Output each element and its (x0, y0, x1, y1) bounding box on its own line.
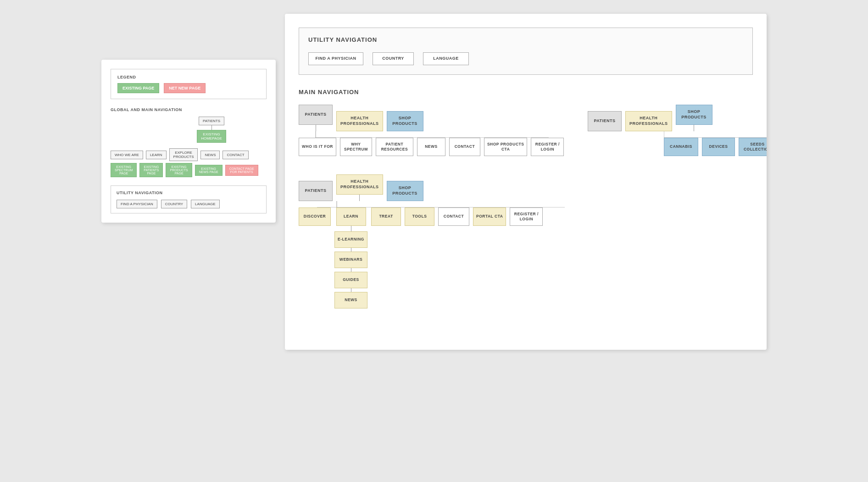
mini-country: COUNTRY (161, 200, 187, 208)
utility-nav-nodes: FIND A PHYSICIAN COUNTRY LANGUAGE (308, 52, 743, 65)
tree3-tools: TOOLS (405, 207, 434, 226)
tree1-shop-products-cta: SHOP PRODUCTSCTA (484, 138, 528, 156)
tree2-seeds-collection: SEEDSCOLLECTION (739, 138, 767, 156)
tree3-health-professionals: HEALTHPROFESSIONALS (336, 174, 383, 195)
tree3-elearning: E-LEARNING (334, 231, 367, 248)
tree1-register-login: REGISTER /LOGIN (531, 138, 564, 156)
tree2-health-professionals: HEALTHPROFESSIONALS (625, 111, 672, 131)
tree3-treat: TREAT (371, 207, 401, 226)
tree3-news: NEWS (334, 292, 367, 308)
tree2-devices: DEVICES (702, 138, 735, 156)
tree2-shop-products: SHOPPRODUCTS (676, 105, 712, 125)
tree1-contact: CONTACT (449, 138, 480, 156)
mini-learn: LEARN (146, 151, 167, 159)
mini-existing-patients: EXISTINGPATIENTSPAGE (139, 163, 163, 177)
legend-title: LEGEND (117, 75, 260, 79)
left-overview-panel: LEGEND EXISTING PAGE NET NEW PAGE GLOBAL… (101, 60, 276, 223)
mini-existing-spectrum: EXISTINGSPECTRUMPAGE (111, 163, 137, 177)
utility-find-physician: FIND A PHYSICIAN (308, 52, 363, 65)
utility-language: LANGUAGE (423, 52, 469, 65)
tree3-patients: PATIENTS (299, 181, 333, 201)
mini-utility-title: UTILITY NAVIGATION (117, 191, 261, 195)
tree3-discover: DISCOVER (299, 207, 331, 226)
mini-news: NEWS (200, 151, 220, 159)
legend-items: EXISTING PAGE NET NEW PAGE (117, 83, 260, 93)
mini-contact: CONTACT (223, 151, 248, 159)
mini-contact-patients: CONTACT PAGEFOR PATIENTS (225, 165, 258, 176)
tree1-news: NEWS (417, 138, 445, 156)
mini-explore-products: EXPLOREPRODUCTS (169, 148, 198, 161)
tree3-learn: LEARN (336, 207, 366, 226)
tree3-portal-cta: PORTAL CTA (473, 207, 506, 226)
legend-existing: EXISTING PAGE (117, 83, 159, 93)
tree1-why-spectrum: WHYSPECTRUM (340, 138, 372, 156)
tree3-webinars: WEBINARS (334, 252, 367, 268)
mini-existing-products: EXISTINGPRODUCTSPAGE (166, 163, 192, 177)
right-main-panel: UTILITY NAVIGATION FIND A PHYSICIAN COUN… (285, 14, 767, 350)
mini-global-nav-title: GLOBAL AND MAIN NAVIGATION (111, 107, 267, 112)
mini-find-physician: FIND A PHYSICIAN (117, 200, 157, 208)
tree2-patients: PATIENTS (588, 111, 622, 131)
mini-utility-nav: UTILITY NAVIGATION FIND A PHYSICIAN COUN… (111, 185, 267, 213)
main-nav-section: MAIN NAVIGATION PATIENTS HEALTHPROFESSIO… (299, 89, 753, 308)
mini-existing-news: EXISTINGNEWS PAGE (195, 165, 223, 176)
mini-language: LANGUAGE (191, 200, 219, 208)
mini-global-nav: GLOBAL AND MAIN NAVIGATION PATIENTS EXIS… (111, 107, 267, 177)
utility-country: COUNTRY (373, 52, 414, 65)
tree1-health-professionals: HEALTHPROFESSIONALS (336, 111, 383, 131)
utility-nav-section: UTILITY NAVIGATION FIND A PHYSICIAN COUN… (299, 28, 753, 75)
tree2-connector-svg (664, 131, 767, 138)
tree3: PATIENTS HEALTHPROFESSIONALS SHOPPRODUCT… (299, 174, 753, 308)
tree1-who-is-it-for: WHO IS IT FOR (299, 138, 336, 156)
tree1-shop-products: SHOPPRODUCTS (387, 111, 423, 131)
tree3-guides: GUIDES (334, 272, 367, 288)
tree2: PATIENTS HEALTHPROFESSIONALS SHOPPRODUCT… (588, 105, 767, 156)
tree3-shop-products: SHOPPRODUCTS (387, 181, 423, 201)
tree3-register-login: REGISTER /LOGIN (510, 207, 543, 226)
utility-nav-title: UTILITY NAVIGATION (308, 36, 743, 43)
tree1-patients: PATIENTS (299, 105, 333, 125)
main-nav-title: MAIN NAVIGATION (299, 89, 753, 95)
tree3-contact: CONTACT (438, 207, 469, 226)
tree1: PATIENTS HEALTHPROFESSIONALS SHOPPRODUCT… (299, 105, 565, 156)
legend-box: LEGEND EXISTING PAGE NET NEW PAGE (111, 69, 267, 99)
tree1-connector-svg (299, 131, 565, 138)
tree1-patient-resources: PATIENTRESOURCES (376, 138, 413, 156)
mini-patients: PATIENTS (199, 117, 224, 125)
legend-net-new: NET NEW PAGE (164, 83, 206, 93)
mini-who-we-are: WHO WE ARE (111, 151, 143, 159)
tree3-connector-svg (299, 201, 583, 207)
tree2-cannabis: CANNABIS (664, 138, 698, 156)
mini-existing-homepage: EXISTINGHOMEPAGE (197, 130, 226, 143)
